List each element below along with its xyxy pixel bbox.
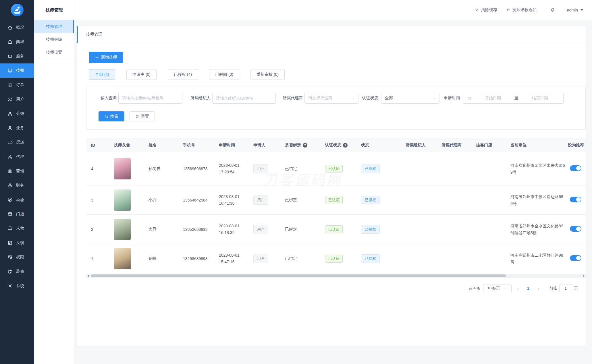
plus-icon xyxy=(95,55,99,59)
goto-label: 前往 xyxy=(549,286,557,291)
cert-status-cell: 已认证 xyxy=(320,196,356,204)
funnel-icon xyxy=(475,8,479,12)
tab-0[interactable]: 全部 (4) xyxy=(89,69,115,80)
next-page-button[interactable]: › xyxy=(532,286,545,291)
dealer-label: 所属代理商 xyxy=(277,96,303,101)
sidebar-item-1[interactable]: 商城 xyxy=(0,35,34,49)
cert-status-label: 认证状态 xyxy=(362,96,378,101)
sidebar-item-label: 用户 xyxy=(16,97,24,102)
tab-1[interactable]: 申请中 (0) xyxy=(126,69,157,80)
technician-avatar-image[interactable] xyxy=(114,189,131,211)
technician-avatar-image[interactable] xyxy=(114,158,131,179)
table-row: 1 貂蝉 13258689898 2023-08-01 15:47:16 用户 … xyxy=(86,244,586,273)
sidebar-item-4[interactable]: 订单 xyxy=(0,78,34,92)
applicant-tag[interactable]: 用户 xyxy=(253,164,268,173)
sidebar-item-16[interactable]: 权限 xyxy=(0,250,34,264)
column-header-3: 手机号 xyxy=(178,143,214,148)
current-page[interactable]: 1 xyxy=(524,286,532,291)
dealer-select[interactable]: 请选择代理商 xyxy=(304,93,358,104)
tab-label: 已授权 (4) xyxy=(174,72,192,77)
sidebar-item-label: 服务 xyxy=(16,54,24,59)
tab-3[interactable]: 已驳回 (0) xyxy=(209,69,239,80)
technician-phone: 13569696878 xyxy=(178,166,214,171)
search-button[interactable]: 搜索 xyxy=(99,111,124,121)
user-menu[interactable]: admin xyxy=(567,8,583,12)
sidebar-item-label: 财务 xyxy=(16,183,24,188)
massage-logo-icon xyxy=(11,4,24,16)
technician-avatar-image[interactable] xyxy=(114,219,131,240)
table-row: 4 孙尚香 13569696878 2023-08-01 17:20:54 用户… xyxy=(86,152,586,185)
scroll-right-arrow[interactable] xyxy=(583,275,585,277)
secondary-sidebar: 技师管理 技师管理 技师等级 技师设置 xyxy=(34,0,74,364)
sidebar-item-0[interactable]: 概况 xyxy=(0,20,34,35)
sidebar-item-12[interactable]: 动态 xyxy=(0,193,34,207)
reset-button[interactable]: 重置 xyxy=(130,111,155,121)
permission-icon xyxy=(7,255,13,260)
submenu-item-0[interactable]: 技师管理 xyxy=(34,20,74,33)
add-technician-button[interactable]: 新增技师 xyxy=(89,52,123,63)
rescue-icon xyxy=(7,226,13,231)
technician-avatar-image[interactable] xyxy=(114,248,131,269)
technician-phone: 13564642584 xyxy=(178,198,214,202)
scrollbar-thumb[interactable] xyxy=(91,274,506,277)
mall-icon xyxy=(7,39,13,44)
recommend-toggle[interactable] xyxy=(570,165,581,171)
sidebar-item-5[interactable]: 用户 xyxy=(0,92,34,107)
notifications-bell-button[interactable] xyxy=(550,8,555,12)
sidebar-item-7[interactable]: 业务 xyxy=(0,121,34,135)
location-cell: 河南省郑州市二七区赣江路98号 xyxy=(506,252,563,266)
applicant-tag[interactable]: 用户 xyxy=(253,254,268,263)
scroll-left-arrow[interactable] xyxy=(87,275,89,277)
help-icon[interactable]: ? xyxy=(303,143,307,148)
recommend-toggle[interactable] xyxy=(570,255,581,261)
apply-time: 2023-08-01 16:41:38 xyxy=(214,193,248,207)
sidebar-item-label: 分销 xyxy=(16,111,24,116)
sidebar-item-8[interactable]: 渠道 xyxy=(0,135,34,150)
sidebar-item-18[interactable]: 系统 xyxy=(0,279,34,293)
sidebar-item-13[interactable]: 门店 xyxy=(0,207,34,221)
sidebar-item-10[interactable]: 营销 xyxy=(0,164,34,178)
finance-icon xyxy=(7,183,13,188)
sidebar-item-11[interactable]: 财务 xyxy=(0,178,34,193)
technician-name: 貂蝉 xyxy=(144,256,178,261)
reset-button-label: 重置 xyxy=(141,114,149,119)
sidebar-item-14[interactable]: 求救 xyxy=(0,221,34,236)
recommend-toggle[interactable] xyxy=(570,197,581,202)
sidebar-item-label: 代理 xyxy=(16,154,24,159)
prev-page-button[interactable]: ‹ xyxy=(512,286,524,291)
apply-time: 2023-08-01 16:18:32 xyxy=(214,223,248,236)
add-technician-label: 新增技师 xyxy=(101,55,117,60)
app-logo xyxy=(0,0,34,20)
clear-cache-button[interactable]: 清除缓存 xyxy=(475,7,497,13)
technician-phone: 13852688838 xyxy=(178,227,214,232)
date-range-picker[interactable]: 开始日期 至 结束日期 xyxy=(463,93,564,104)
sidebar-item-15[interactable]: 反馈 xyxy=(0,236,34,250)
sidebar-item-17[interactable]: 装修 xyxy=(0,264,34,279)
auth-status-tag: 已授权 xyxy=(361,196,380,204)
rescue-notice-button[interactable]: 技师求救通知 xyxy=(506,7,537,13)
breadcrumb: 技师管理 xyxy=(77,26,586,43)
sidebar-item-2[interactable]: 服务 xyxy=(0,49,34,63)
applicant-tag[interactable]: 用户 xyxy=(253,225,268,234)
applicant-tag[interactable]: 用户 xyxy=(253,195,268,205)
tab-2[interactable]: 已授权 (4) xyxy=(168,69,198,80)
query-input[interactable] xyxy=(119,93,182,103)
submenu-item-label: 技师等级 xyxy=(46,37,62,42)
cert-status-select[interactable]: 全部 xyxy=(381,93,439,104)
recommend-toggle[interactable] xyxy=(570,226,581,232)
alarm-icon xyxy=(506,8,510,12)
broker-input[interactable] xyxy=(213,93,275,103)
sidebar-item-9[interactable]: 代理 xyxy=(0,150,34,164)
help-icon[interactable]: ? xyxy=(343,143,348,148)
submenu-item-1[interactable]: 技师等级 xyxy=(34,33,74,46)
sidebar-item-6[interactable]: 分销 xyxy=(0,107,34,121)
goto-page-input[interactable] xyxy=(559,284,572,292)
sidebar-item-3[interactable]: 技师 xyxy=(0,63,34,78)
cert-status-tag: 已认证 xyxy=(325,165,343,173)
technician-id: 2 xyxy=(86,227,109,232)
page-size-select[interactable]: 10条/页 xyxy=(483,284,512,292)
technician-phone: 13258689898 xyxy=(178,256,214,261)
submenu-item-2[interactable]: 技师设置 xyxy=(34,46,74,59)
cert-status-cell: 已认证 xyxy=(320,225,356,233)
tab-4[interactable]: 重新审核 (0) xyxy=(250,69,285,80)
